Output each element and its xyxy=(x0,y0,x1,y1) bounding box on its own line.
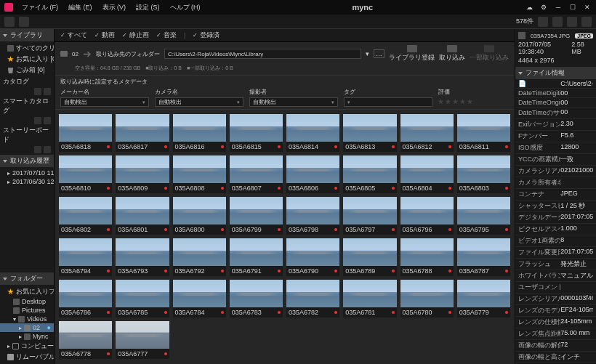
tool-button[interactable] xyxy=(19,17,29,27)
thumbnail-item[interactable]: 035A6778 xyxy=(59,321,112,359)
thumbnail-item[interactable]: 035A6815 xyxy=(230,114,283,152)
add-icon[interactable] xyxy=(34,88,41,95)
import-button[interactable]: 取り込み xyxy=(439,45,465,62)
filter-registered[interactable]: 登録済 xyxy=(193,31,220,40)
thumbnail-item[interactable]: 035A6818 xyxy=(59,114,112,152)
thumbnail-item[interactable]: 035A6788 xyxy=(400,238,454,276)
add-icon[interactable] xyxy=(34,117,41,124)
thumbnail-item[interactable]: 035A6804 xyxy=(400,155,454,193)
thumbnail-item[interactable]: 035A6809 xyxy=(116,155,169,193)
thumbnail-item[interactable]: 035A6813 xyxy=(343,114,396,152)
tree-favorites[interactable]: お気に入り [0] xyxy=(0,54,54,65)
thumbnail-item[interactable]: 035A6793 xyxy=(116,238,169,276)
photographer-select[interactable]: 自動検出 xyxy=(249,97,338,107)
close-icon[interactable]: ✕ xyxy=(583,3,592,12)
menu-settings[interactable]: 設定 (S) xyxy=(136,3,160,12)
panel-header-history[interactable]: 取り込み履歴 xyxy=(0,155,54,167)
filter-audio[interactable]: 音楽 xyxy=(156,31,177,40)
filter-video[interactable]: 動画 xyxy=(94,31,115,40)
thumbnail-item[interactable]: 035A6782 xyxy=(286,280,339,318)
thumbnail-item[interactable]: 035A6786 xyxy=(59,280,112,318)
thumbnail-item[interactable]: 035A6806 xyxy=(286,155,339,193)
thumbnail-item[interactable]: 035A6811 xyxy=(457,114,510,152)
thumbnail-item[interactable]: 035A6805 xyxy=(343,155,396,193)
tree-fav-folder[interactable]: お気に入りフォルダー xyxy=(0,286,54,297)
menu-file[interactable]: ファイル (F) xyxy=(22,3,58,12)
thumbnail-item[interactable]: 035A6783 xyxy=(230,280,283,318)
filter-still[interactable]: 静止画 xyxy=(122,31,149,40)
add-icon[interactable] xyxy=(34,146,41,153)
thumbnail-item[interactable]: 035A6803 xyxy=(457,155,510,193)
thumbnail-item[interactable]: 035A6802 xyxy=(59,197,112,235)
thumbnail-item[interactable]: 035A6816 xyxy=(173,114,226,152)
minimize-icon[interactable]: ─ xyxy=(554,3,563,12)
menu-view[interactable]: 表示 (V) xyxy=(102,3,126,12)
panel-toggle-icon[interactable] xyxy=(581,17,592,27)
thumbnail-item[interactable]: 035A6800 xyxy=(173,197,226,235)
thumbnail-item[interactable]: 035A6789 xyxy=(343,238,396,276)
thumbnail-item[interactable]: 035A6798 xyxy=(286,197,339,235)
thumbnail-item[interactable]: 035A6792 xyxy=(173,238,226,276)
add-icon[interactable] xyxy=(44,88,51,95)
view-list-icon[interactable] xyxy=(567,17,577,27)
menu-help[interactable]: ヘルプ (H) xyxy=(170,3,201,12)
thumbnail-item[interactable]: 035A6784 xyxy=(173,280,226,318)
tree-removable[interactable]: リムーバブルデバイス xyxy=(0,352,54,363)
thumbnail-item[interactable]: 035A6791 xyxy=(230,238,283,276)
tree-catalog[interactable]: カタログ xyxy=(0,77,54,86)
menu-edit[interactable]: 編集 (E) xyxy=(68,3,92,12)
view-grid-icon[interactable] xyxy=(552,17,563,27)
filter-all[interactable]: すべて xyxy=(60,31,87,40)
thumbnail-item[interactable]: 035A6797 xyxy=(343,197,396,235)
thumbnail-item[interactable]: 035A6799 xyxy=(230,197,283,235)
thumbnail-item[interactable]: 035A6787 xyxy=(457,238,510,276)
tree-desktop[interactable]: Desktop xyxy=(0,297,54,306)
add-icon[interactable] xyxy=(44,117,51,124)
panel-header-fileinfo[interactable]: ファイル情報 xyxy=(515,67,596,79)
history-item[interactable]: ▸ 2017/07/10 11:02 xyxy=(0,169,54,177)
register-library-button[interactable]: ライブラリ登録 xyxy=(389,45,435,62)
cloud-icon[interactable]: ☁ xyxy=(525,3,533,12)
thumbnail-item[interactable]: 035A6779 xyxy=(457,280,510,318)
thumbnail-item[interactable]: 035A6817 xyxy=(116,114,169,152)
tree-folder-selected[interactable]: ▸ 02● xyxy=(0,323,54,332)
thumbnail-item[interactable]: 035A6812 xyxy=(400,114,454,152)
tree-mync[interactable]: ▸ Mync xyxy=(0,332,54,341)
tree-computer[interactable]: ▸ コンピューター xyxy=(0,341,54,352)
dest-path-input[interactable]: C:\Users\2-Roja\Videos\Mync\Library xyxy=(164,49,361,59)
maker-select[interactable]: 自動検出 xyxy=(60,97,149,107)
panel-header-library[interactable]: ライブラリ xyxy=(0,29,54,41)
path-browse-icon[interactable]: … xyxy=(374,49,384,58)
thumbnail-item[interactable]: 035A6794 xyxy=(59,238,112,276)
thumbnail-item[interactable]: 035A6790 xyxy=(286,238,339,276)
tree-trash[interactable]: ごみ箱 [0] xyxy=(0,65,54,76)
thumbnail-item[interactable]: 035A6785 xyxy=(116,280,169,318)
tree-smart-catalog[interactable]: スマートカタログ xyxy=(0,97,54,116)
rating-stars[interactable] xyxy=(438,97,510,105)
gear-icon[interactable]: ⚙ xyxy=(539,3,548,12)
thumbnail-item[interactable]: 035A6777 xyxy=(116,321,169,359)
thumbnail-item[interactable]: 035A6801 xyxy=(116,197,169,235)
add-icon[interactable] xyxy=(44,146,51,153)
search-icon[interactable] xyxy=(538,17,548,27)
maximize-icon[interactable]: ☐ xyxy=(568,3,577,12)
thumbnail-item[interactable]: 035A6814 xyxy=(286,114,339,152)
thumbnail-item[interactable]: 035A6810 xyxy=(59,155,112,193)
partial-import-button[interactable]: 一部取り込み xyxy=(470,45,509,62)
tree-storyboard[interactable]: ストーリーボード xyxy=(0,126,54,145)
tree-all-clips[interactable]: すべてのクリップ [578] xyxy=(0,43,54,54)
history-item[interactable]: ▸ 2017/06/30 12:03 xyxy=(0,177,54,186)
tool-button[interactable] xyxy=(4,17,15,27)
thumbnail-item[interactable]: 035A6781 xyxy=(343,280,396,318)
thumbnail-item[interactable]: 035A6807 xyxy=(230,155,283,193)
thumbnail-item[interactable]: 035A6795 xyxy=(457,197,510,235)
thumbnail-item[interactable]: 035A6780 xyxy=(400,280,454,318)
camera-select[interactable]: 自動検出 xyxy=(155,97,243,107)
thumbnail-item[interactable]: 035A6808 xyxy=(173,155,226,193)
path-dropdown-icon[interactable]: ▾ xyxy=(366,50,369,57)
tree-videos[interactable]: ▾ Videos xyxy=(0,315,54,323)
tag-select[interactable] xyxy=(344,97,432,107)
thumbnail-item[interactable]: 035A6796 xyxy=(400,197,454,235)
panel-header-folder[interactable]: フォルダー xyxy=(0,272,54,285)
tree-pictures[interactable]: Pictures xyxy=(0,306,54,315)
